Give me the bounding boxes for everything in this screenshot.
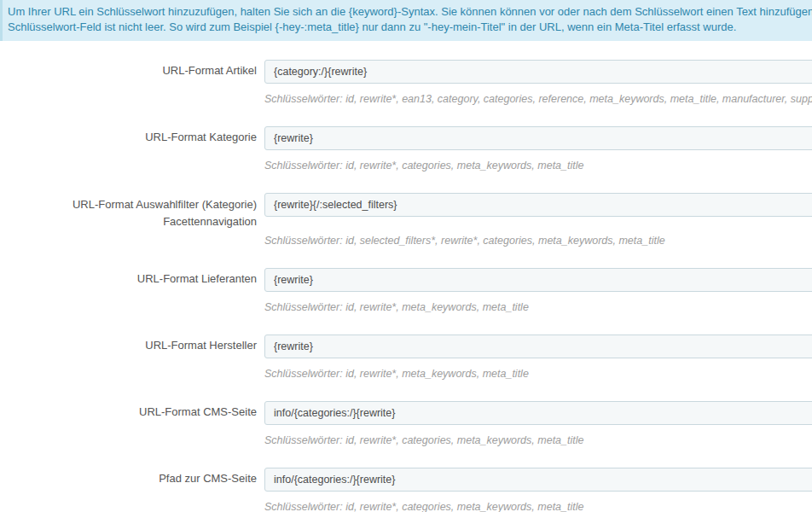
url-format-lieferanten-label: URL-Format Lieferanten xyxy=(0,268,257,314)
form-row-url-format-artikel: URL-Format Artikel Schlüsselwörter: id, … xyxy=(0,60,812,106)
info-alert: Um Ihrer URL ein Schlüsselwort hinzuzufü… xyxy=(0,0,812,41)
url-format-hersteller-label: URL-Format Hersteller xyxy=(0,335,257,381)
url-format-cms-seite-keywords-help: Schlüsselwörter: id, rewrite*, categorie… xyxy=(264,434,812,447)
form-row-url-format-auswahlfilter: URL-Format Auswahlfilter (Kategorie) Fac… xyxy=(0,193,812,247)
url-format-lieferanten-keywords-help: Schlüsselwörter: id, rewrite*, meta_keyw… xyxy=(264,301,812,314)
pfad-zur-cms-seite-input[interactable] xyxy=(264,468,812,492)
form-row-url-format-hersteller: URL-Format Hersteller Schlüsselwörter: i… xyxy=(0,335,812,381)
settings-page: Um Ihrer URL ein Schlüsselwort hinzuzufü… xyxy=(0,0,812,512)
url-format-cms-seite-input[interactable] xyxy=(264,401,812,425)
url-format-form: URL-Format Artikel Schlüsselwörter: id, … xyxy=(0,41,812,512)
url-format-artikel-label: URL-Format Artikel xyxy=(0,60,257,106)
url-format-cms-seite-label: URL-Format CMS-Seite xyxy=(0,401,257,447)
url-format-lieferanten-input[interactable] xyxy=(264,268,812,292)
url-format-artikel-input[interactable] xyxy=(264,60,812,84)
form-row-url-format-cms-seite: URL-Format CMS-Seite Schlüsselwörter: id… xyxy=(0,401,812,447)
url-format-kategorie-input[interactable] xyxy=(264,126,812,150)
form-row-url-format-lieferanten: URL-Format Lieferanten Schlüsselwörter: … xyxy=(0,268,812,314)
pfad-zur-cms-seite-keywords-help: Schlüsselwörter: id, rewrite*, categorie… xyxy=(264,501,812,512)
url-format-hersteller-keywords-help: Schlüsselwörter: id, rewrite*, meta_keyw… xyxy=(264,368,812,381)
url-format-artikel-keywords-help: Schlüsselwörter: id, rewrite*, ean13, ca… xyxy=(264,93,812,106)
form-row-pfad-zur-cms-seite: Pfad zur CMS-Seite Schlüsselwörter: id, … xyxy=(0,468,812,512)
info-alert-line-1: Um Ihrer URL ein Schlüsselwort hinzuzufü… xyxy=(8,4,812,20)
form-row-url-format-kategorie: URL-Format Kategorie Schlüsselwörter: id… xyxy=(0,126,812,172)
url-format-auswahlfilter-label: URL-Format Auswahlfilter (Kategorie) Fac… xyxy=(0,193,257,247)
pfad-zur-cms-seite-label: Pfad zur CMS-Seite xyxy=(0,468,257,512)
url-format-kategorie-keywords-help: Schlüsselwörter: id, rewrite*, categorie… xyxy=(264,160,812,172)
url-format-auswahlfilter-input[interactable] xyxy=(264,193,812,217)
url-format-auswahlfilter-keywords-help: Schlüsselwörter: id, selected_filters*, … xyxy=(264,235,812,247)
url-format-kategorie-label: URL-Format Kategorie xyxy=(0,126,257,172)
info-alert-line-2: Schlüsselwort-Feld ist nicht leer. So wi… xyxy=(8,20,812,35)
url-format-hersteller-input[interactable] xyxy=(264,335,812,358)
